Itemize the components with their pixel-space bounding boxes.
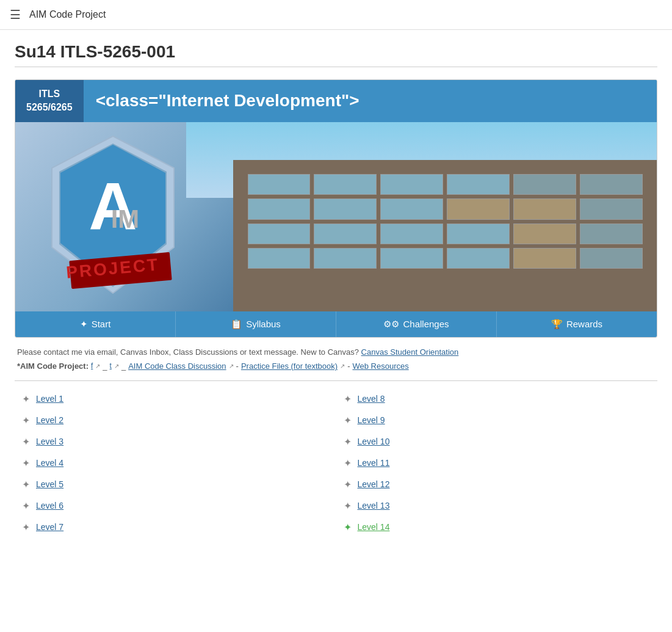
course-code-line1: ITLS	[38, 87, 60, 101]
level-4-icon: ✦	[22, 457, 30, 469]
level-9-link[interactable]: Level 9	[358, 415, 385, 425]
level-3-icon: ✦	[22, 436, 30, 448]
sep1: _	[103, 361, 107, 371]
level-item-11[interactable]: ✦ Level 11	[336, 452, 658, 474]
twitter-link[interactable]: t	[110, 361, 112, 370]
levels-grid: ✦ Level 1 ✦ Level 8 ✦ Level 2 ✦ Level 9 …	[15, 380, 657, 538]
rewards-label: Rewards	[566, 319, 602, 329]
nav-rewards[interactable]: 🏆 Rewards	[497, 311, 657, 337]
syllabus-label: Syllabus	[246, 319, 281, 329]
level-9-icon: ✦	[344, 415, 352, 426]
level-12-link[interactable]: Level 12	[358, 479, 390, 489]
facebook-link[interactable]: f	[91, 361, 93, 370]
sep3: -	[236, 361, 239, 371]
course-code-line2: 5265/6265	[26, 101, 73, 114]
practice-link[interactable]: Practice Files (for textbook)	[241, 361, 338, 371]
level-item-8[interactable]: ✦ Level 8	[336, 388, 658, 410]
aim-logo: A IM PROJECT	[40, 131, 186, 302]
twitter-ext-icon: ↗	[114, 363, 119, 369]
level-item-14[interactable]: ✦ Level 14	[336, 517, 658, 538]
sep2: _	[121, 361, 126, 371]
level-7-icon: ✦	[22, 521, 30, 533]
level-6-link[interactable]: Level 6	[36, 501, 63, 510]
level-11-link[interactable]: Level 11	[358, 458, 390, 468]
start-label: Start	[92, 319, 111, 329]
level-item-5[interactable]: ✦ Level 5	[15, 474, 336, 495]
level-8-link[interactable]: Level 8	[358, 394, 385, 404]
level-item-2[interactable]: ✦ Level 2	[15, 410, 336, 431]
level-10-icon: ✦	[344, 436, 352, 448]
level-item-4[interactable]: ✦ Level 4	[15, 452, 336, 474]
level-6-icon: ✦	[22, 500, 30, 512]
level-5-icon: ✦	[22, 479, 30, 490]
level-12-icon: ✦	[344, 479, 352, 490]
nav-syllabus[interactable]: 📋 Syllabus	[176, 311, 336, 337]
web-resources-link[interactable]: Web Resources	[352, 361, 408, 371]
level-2-icon: ✦	[22, 415, 30, 426]
level-13-icon: ✦	[344, 500, 352, 512]
page-content: Su14 ITLS-5265-001 ITLS 5265/6265 <class…	[0, 30, 672, 550]
level-8-icon: ✦	[344, 393, 352, 405]
level-14-icon: ✦	[344, 521, 352, 533]
nav-title: AIM Code Project	[29, 9, 106, 20]
level-item-1[interactable]: ✦ Level 1	[15, 388, 336, 410]
rewards-icon: 🏆	[551, 319, 563, 330]
canvas-orientation-link[interactable]: Canvas Student Orientation	[361, 347, 459, 357]
level-item-7[interactable]: ✦ Level 7	[15, 517, 336, 538]
building-area	[186, 122, 657, 311]
discussion-link[interactable]: AIM Code Class Discussion	[128, 361, 226, 371]
facebook-ext-icon: ↗	[95, 363, 100, 369]
course-title-box: <class="Internet Development">	[84, 80, 657, 122]
challenges-label: Challenges	[403, 319, 449, 329]
level-item-3[interactable]: ✦ Level 3	[15, 431, 336, 452]
level-item-13[interactable]: ✦ Level 13	[336, 495, 658, 517]
menu-icon[interactable]: ☰	[10, 7, 21, 22]
level-item-9[interactable]: ✦ Level 9	[336, 410, 658, 431]
windows-grid	[243, 169, 648, 274]
discussion-ext-icon: ↗	[229, 363, 234, 369]
practice-ext-icon: ↗	[340, 363, 345, 369]
level-7-link[interactable]: Level 7	[36, 522, 63, 532]
nav-challenges[interactable]: ⚙⚙ Challenges	[336, 311, 497, 337]
level-item-10[interactable]: ✦ Level 10	[336, 431, 658, 452]
title-divider	[15, 67, 657, 67]
level-14-link[interactable]: Level 14	[358, 522, 390, 532]
level-1-icon: ✦	[22, 393, 30, 405]
hero-image: A IM PROJECT	[15, 122, 657, 311]
course-card: ITLS 5265/6265 <class="Internet Developm…	[15, 79, 657, 338]
course-title-text: <class="Internet Development">	[96, 91, 359, 111]
contact-text: Please contact me via email, Canvas Inbo…	[17, 347, 359, 357]
level-item-12[interactable]: ✦ Level 12	[336, 474, 658, 495]
level-4-link[interactable]: Level 4	[36, 458, 63, 468]
level-1-link[interactable]: Level 1	[36, 394, 63, 404]
project-links: *AIM Code Project: f ↗ _ t ↗ _ AIM Code …	[15, 361, 657, 371]
sep4: -	[347, 361, 350, 371]
svg-text:IM: IM	[111, 205, 140, 233]
project-label: *AIM Code Project:	[17, 361, 89, 371]
level-5-link[interactable]: Level 5	[36, 479, 63, 489]
level-13-link[interactable]: Level 13	[358, 501, 390, 510]
level-item-6[interactable]: ✦ Level 6	[15, 495, 336, 517]
level-2-link[interactable]: Level 2	[36, 415, 63, 425]
course-code-box: ITLS 5265/6265	[15, 80, 84, 122]
level-10-link[interactable]: Level 10	[358, 437, 390, 446]
challenges-icon: ⚙⚙	[383, 319, 399, 330]
top-navigation: ☰ AIM Code Project	[0, 0, 672, 30]
syllabus-icon: 📋	[231, 319, 242, 330]
start-icon: ✦	[80, 319, 88, 330]
page-title: Su14 ITLS-5265-001	[15, 42, 657, 62]
course-nav-bar: ✦ Start 📋 Syllabus ⚙⚙ Challenges 🏆 Rewar…	[15, 311, 657, 337]
level-3-link[interactable]: Level 3	[36, 437, 63, 446]
nav-start[interactable]: ✦ Start	[15, 311, 176, 337]
contact-info: Please contact me via email, Canvas Inbo…	[15, 347, 657, 357]
course-header: ITLS 5265/6265 <class="Internet Developm…	[15, 80, 657, 122]
level-11-icon: ✦	[344, 457, 352, 469]
